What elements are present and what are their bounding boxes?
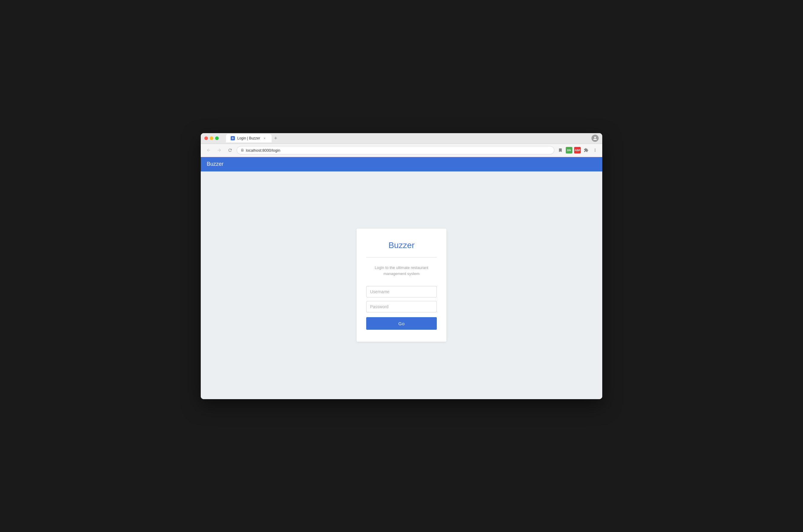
tab-area: B Login | Buzzer × + — [226, 134, 589, 142]
lock-icon — [241, 148, 244, 153]
ext-abp-button[interactable]: ABP — [574, 147, 581, 153]
password-input[interactable] — [366, 301, 437, 312]
minimize-button[interactable] — [210, 136, 213, 140]
username-group — [366, 286, 437, 298]
traffic-lights — [204, 136, 219, 140]
tab-close-button[interactable]: × — [263, 136, 267, 140]
app-navbar: Buzzer — [201, 157, 602, 171]
login-subtitle: Login to the ultimate restaurant managem… — [366, 265, 437, 277]
nav-right: DN ABP — [557, 147, 599, 154]
reload-button[interactable] — [226, 146, 234, 154]
title-bar: B Login | Buzzer × + — [201, 133, 602, 144]
maximize-button[interactable] — [215, 136, 219, 140]
profile-avatar[interactable] — [592, 135, 599, 142]
login-title: Buzzer — [366, 241, 437, 250]
app-content: Buzzer Buzzer Login to the ultimate rest… — [201, 157, 602, 399]
nav-bar: localhost:8000/login DN ABP — [201, 144, 602, 157]
tab-title: Login | Buzzer — [237, 136, 260, 140]
extensions-button[interactable] — [582, 147, 590, 154]
ext-dn-button[interactable]: DN — [566, 147, 572, 153]
password-group — [366, 301, 437, 312]
main-content: Buzzer Login to the ultimate restaurant … — [201, 171, 602, 399]
address-bar[interactable]: localhost:8000/login — [237, 146, 554, 154]
bookmark-button[interactable] — [557, 147, 564, 154]
submit-button[interactable]: Go — [366, 317, 437, 330]
divider — [366, 257, 437, 258]
active-tab[interactable]: B Login | Buzzer × — [226, 134, 272, 142]
menu-button[interactable] — [592, 147, 599, 154]
login-card: Buzzer Login to the ultimate restaurant … — [357, 229, 446, 342]
forward-button[interactable] — [215, 146, 224, 154]
tab-favicon: B — [231, 136, 235, 140]
new-tab-button[interactable]: + — [272, 134, 280, 142]
app-brand: Buzzer — [207, 161, 224, 167]
browser-window: B Login | Buzzer × + — [201, 133, 602, 399]
close-button[interactable] — [204, 136, 208, 140]
back-button[interactable] — [204, 146, 213, 154]
url-text: localhost:8000/login — [246, 148, 551, 153]
username-input[interactable] — [366, 286, 437, 298]
